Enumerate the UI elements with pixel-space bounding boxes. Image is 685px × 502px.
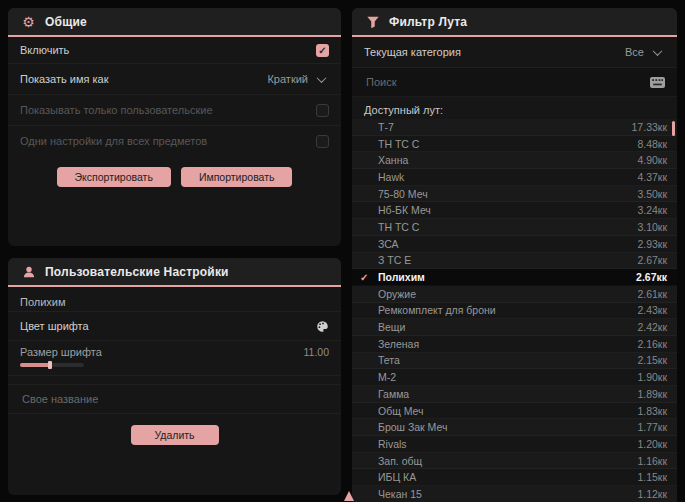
import-button[interactable]: Импортировать xyxy=(181,167,293,187)
show-name-dropdown[interactable]: Краткий xyxy=(263,70,329,88)
panel-general: ⚙ Общие Включить ✓ Показать имя как Крат… xyxy=(8,8,341,246)
loot-item[interactable]: Зеленая2.16кк xyxy=(352,336,677,353)
loot-item[interactable]: Гамма1.89кк xyxy=(352,386,677,403)
app-window: ⚙ Общие Включить ✓ Показать имя как Крат… xyxy=(0,0,685,502)
loot-item-value: 1.20кк xyxy=(637,438,667,450)
panel-filter-header[interactable]: Фильтр Лута xyxy=(352,8,677,37)
loot-item[interactable]: ТН ТС С3.10кк xyxy=(352,219,677,236)
panel-filter-title: Фильтр Лута xyxy=(389,15,467,29)
loot-item-name: Т-7 xyxy=(378,121,632,133)
show-name-value: Краткий xyxy=(267,73,308,85)
loot-item[interactable]: Ремкомплект для брони2.43кк xyxy=(352,303,677,320)
loot-item-name: 75-80 Меч xyxy=(378,188,637,200)
gear-icon: ⚙ xyxy=(21,14,36,29)
loot-item[interactable]: Нб-БК Меч3.24кк xyxy=(352,202,677,219)
loot-item-value: 2.16кк xyxy=(637,338,667,350)
delete-row: Удалить xyxy=(8,414,341,456)
show-name-label: Показать имя как xyxy=(20,73,109,85)
enable-checkbox[interactable]: ✓ xyxy=(316,44,329,57)
custom-name-input[interactable] xyxy=(20,392,329,406)
slider-fill xyxy=(20,363,50,367)
panel-loot-filter: Фильтр Лута Текущая категория Все xyxy=(352,8,677,502)
loot-item-value: 4.90кк xyxy=(637,154,667,166)
loot-item-value: 2.42кк xyxy=(637,321,667,333)
custom-name-row xyxy=(8,384,341,414)
category-label: Текущая категория xyxy=(364,46,461,58)
loot-item-value: 1.77кк xyxy=(637,421,667,433)
search-input[interactable] xyxy=(364,75,642,89)
loot-item[interactable]: М-21.90кк xyxy=(352,369,677,386)
same-settings-checkbox[interactable] xyxy=(316,135,329,148)
loot-item-value: 1.15кк xyxy=(637,471,667,483)
loot-item-value: 1.89кк xyxy=(637,388,667,400)
panel-custom-header[interactable]: Пользовательские Настройки xyxy=(8,258,341,287)
font-color-row[interactable]: Цвет шрифта xyxy=(8,311,341,341)
loot-item[interactable]: Rivals1.20кк xyxy=(352,436,677,453)
search-row xyxy=(352,68,677,97)
loot-item[interactable]: Ханна4.90кк xyxy=(352,152,677,169)
loot-item[interactable]: З ТС Е2.67кк xyxy=(352,253,677,270)
loot-item-name: ТН ТС С xyxy=(378,221,637,233)
loot-item-value: 3.50кк xyxy=(637,188,667,200)
category-row: Текущая категория Все xyxy=(352,37,677,68)
loot-item[interactable]: Общ Меч1.83кк xyxy=(352,403,677,420)
delete-button[interactable]: Удалить xyxy=(131,425,219,445)
enable-row: Включить ✓ xyxy=(8,37,341,64)
only-custom-checkbox[interactable] xyxy=(316,104,329,117)
loot-item-value: 3.10кк xyxy=(637,221,667,233)
keyboard-icon[interactable] xyxy=(650,77,665,88)
loot-item-name: Полихим xyxy=(378,271,636,283)
loot-item-name: Общ Меч xyxy=(378,405,637,417)
loot-item-name: З ТС Е xyxy=(378,254,637,266)
loot-item[interactable]: Hawk4.37кк xyxy=(352,169,677,186)
panel-general-header[interactable]: ⚙ Общие xyxy=(8,8,341,37)
loot-item-value: 1.90кк xyxy=(637,371,667,383)
panel-custom-title: Пользовательские Настройки xyxy=(45,265,229,279)
loot-item-value: 8.48кк xyxy=(637,138,667,150)
loot-item[interactable]: ТН ТС С8.48кк xyxy=(352,136,677,153)
loot-item[interactable]: 75-80 Меч3.50кк xyxy=(352,186,677,203)
user-gear-icon xyxy=(21,264,36,279)
loot-item[interactable]: Т-717.33кк xyxy=(352,119,677,136)
loot-item-value: 17.33кк xyxy=(632,121,667,133)
loot-item-value: 1.16кк xyxy=(637,455,667,467)
loot-item[interactable]: Тета2.15кк xyxy=(352,353,677,370)
loot-item[interactable]: Зап. общ1.16кк xyxy=(352,453,677,470)
loot-item-name: Брош Зак Меч xyxy=(378,421,637,433)
category-value: Все xyxy=(625,46,644,58)
loot-item-value: 2.15кк xyxy=(637,354,667,366)
resize-grip-icon[interactable] xyxy=(344,491,354,501)
loot-item-name: Зеленая xyxy=(378,338,637,350)
loot-item-name: Вещи xyxy=(378,321,637,333)
loot-item[interactable]: Оружие2.61кк xyxy=(352,286,677,303)
category-dropdown[interactable]: Все xyxy=(621,43,665,61)
loot-item-name: ЗСА xyxy=(378,238,637,250)
loot-item-value: 1.83кк xyxy=(637,405,667,417)
chevron-down-icon xyxy=(317,73,327,83)
loot-item[interactable]: ✓Полихим2.67кк xyxy=(352,269,677,286)
export-button[interactable]: Экспортировать xyxy=(57,167,171,187)
panel-custom-settings: Пользовательские Настройки Полихим Цвет … xyxy=(8,258,341,495)
available-loot-label: Доступный лут: xyxy=(352,97,677,119)
loot-item-name: ТН ТС С xyxy=(378,138,637,150)
loot-item-name: М-2 xyxy=(378,371,637,383)
loot-item[interactable]: Вещи2.42кк xyxy=(352,319,677,336)
loot-item[interactable]: ИБЦ КА1.15кк xyxy=(352,469,677,486)
palette-icon[interactable] xyxy=(316,320,329,333)
loot-item[interactable]: Брош Зак Меч1.77кк xyxy=(352,419,677,436)
font-color-label: Цвет шрифта xyxy=(20,320,89,332)
only-custom-label: Показывать только пользовательские xyxy=(20,104,213,116)
only-custom-row: Показывать только пользовательские xyxy=(8,95,341,126)
loot-item[interactable]: ЗСА2.93кк xyxy=(352,236,677,253)
loot-item-name: Гамма xyxy=(378,388,637,400)
chevron-down-icon xyxy=(653,46,663,56)
slider-thumb[interactable] xyxy=(48,361,52,369)
loot-item-value: 1.12кк xyxy=(637,488,667,500)
loot-item-value: 3.24кк xyxy=(637,204,667,216)
show-name-row: Показать имя как Краткий xyxy=(8,64,341,95)
loot-item-name: Оружие xyxy=(378,288,637,300)
loot-item[interactable]: Чекан 151.12кк xyxy=(352,486,677,502)
font-size-label: Размер шрифта xyxy=(20,346,102,358)
font-size-slider[interactable] xyxy=(20,363,84,367)
loot-item-name: Нб-БК Меч xyxy=(378,204,637,216)
